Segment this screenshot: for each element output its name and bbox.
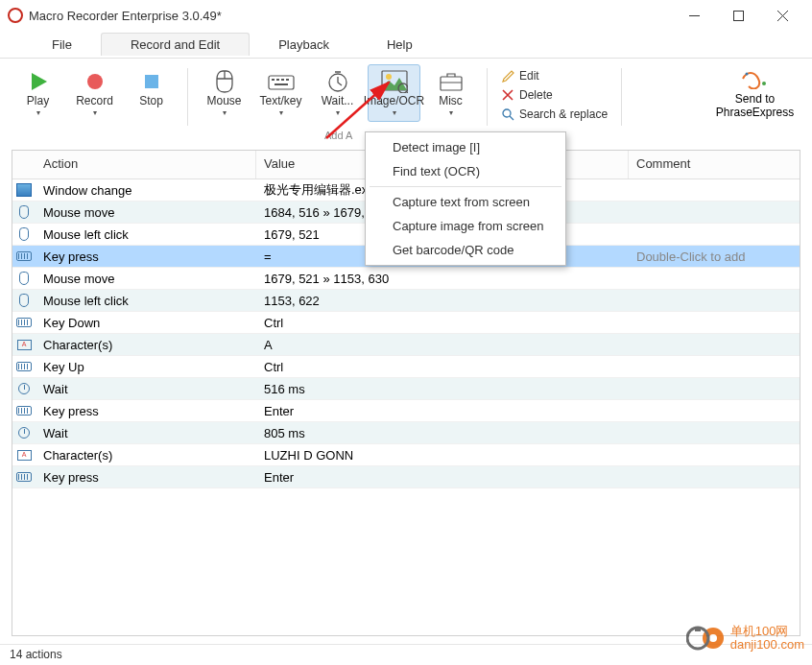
row-icon	[12, 226, 36, 243]
row-icon	[12, 181, 36, 199]
table-row[interactable]: Wait805 ms	[12, 422, 800, 444]
header-action[interactable]: Action	[36, 151, 256, 178]
svg-point-15	[762, 82, 766, 85]
record-button[interactable]: Record ▾	[68, 64, 121, 122]
row-value: Ctrl	[256, 357, 629, 377]
table-row[interactable]: Key pressEnter	[12, 400, 800, 422]
mouse-icon	[210, 69, 239, 94]
row-comment	[629, 408, 800, 414]
delete-icon	[501, 88, 514, 102]
row-icon	[12, 381, 36, 396]
menu-separator	[370, 186, 561, 187]
row-icon	[12, 292, 36, 309]
row-icon: A	[12, 338, 36, 352]
misc-button[interactable]: Misc ▾	[424, 64, 477, 122]
keyboard-icon	[267, 69, 296, 94]
menu-item[interactable]: Capture image from screen	[366, 214, 565, 238]
wait-button[interactable]: Wait... ▾	[311, 64, 364, 122]
table-row[interactable]: ACharacter(s)LUZHI D GONN	[12, 444, 800, 466]
row-comment	[629, 364, 800, 369]
row-action: Key press	[36, 467, 256, 487]
row-comment	[629, 474, 800, 480]
textkey-button[interactable]: Text/key ▾	[254, 64, 307, 122]
table-row[interactable]: Mouse move1679, 521 » 1153, 630	[12, 268, 800, 290]
menu-item[interactable]: Find text (OCR)	[366, 159, 565, 183]
row-action: Character(s)	[36, 335, 256, 355]
row-comment: Double-Click to add	[629, 247, 800, 267]
table-row[interactable]: Mouse left click1153, 622	[12, 290, 800, 312]
table-row[interactable]: ACharacter(s)A	[12, 334, 800, 356]
svg-rect-4	[272, 79, 275, 81]
play-label: Play	[27, 95, 49, 107]
row-value: 805 ms	[256, 423, 629, 443]
search-icon	[501, 107, 514, 121]
separator	[487, 68, 488, 126]
briefcase-icon	[437, 69, 466, 94]
play-button[interactable]: Play ▾	[12, 64, 64, 122]
edit-link[interactable]: Edit	[497, 68, 611, 83]
phraseexpress-icon	[741, 68, 770, 92]
svg-rect-0	[733, 11, 743, 20]
misc-label: Misc	[439, 95, 463, 107]
row-icon	[12, 316, 36, 329]
minimize-button[interactable]	[672, 0, 716, 31]
row-comment	[629, 275, 800, 281]
menu-file[interactable]: File	[23, 34, 101, 56]
sendto-button[interactable]: Send to PhraseExpress	[709, 64, 800, 123]
header-comment[interactable]: Comment	[629, 151, 800, 178]
stop-button[interactable]: Stop	[125, 64, 178, 122]
record-icon	[81, 69, 109, 94]
add-action-label: Add A	[324, 130, 352, 141]
row-action: Wait	[36, 423, 256, 443]
row-comment	[629, 209, 800, 215]
row-comment	[629, 342, 800, 347]
menu-item[interactable]: Get barcode/QR code	[366, 238, 565, 262]
svg-rect-5	[276, 79, 279, 81]
sendto-label-2: PhraseExpress	[716, 106, 794, 119]
table-row[interactable]: Key DownCtrl	[12, 312, 800, 334]
row-value: Enter	[256, 401, 629, 421]
table-row[interactable]: Wait516 ms	[12, 378, 800, 400]
imageocr-dropdown-menu: Detect image [I]Find text (OCR)Capture t…	[365, 131, 566, 266]
row-icon	[12, 470, 36, 484]
imageocr-button[interactable]: Image/OCR ▾	[368, 64, 420, 122]
separator	[621, 68, 622, 126]
row-value: 1153, 622	[256, 291, 629, 311]
table-row[interactable]: Key UpCtrl	[12, 356, 800, 378]
row-value: Ctrl	[256, 313, 629, 333]
window-title: Macro Recorder Enterprise 3.0.49*	[29, 9, 672, 23]
status-text: 14 actions	[10, 648, 62, 661]
menu-item[interactable]: Capture text from screen	[366, 190, 565, 214]
maximize-button[interactable]	[716, 0, 760, 31]
delete-link[interactable]: Delete	[497, 87, 611, 103]
menu-help[interactable]: Help	[358, 34, 442, 56]
search-replace-link[interactable]: Search & replace	[497, 107, 611, 122]
app-icon	[8, 8, 23, 23]
dropdown-icon: ▾	[449, 108, 453, 117]
row-action: Key press	[36, 401, 256, 421]
textkey-label: Text/key	[259, 95, 301, 107]
window-controls	[672, 0, 804, 31]
edit-label: Edit	[519, 69, 539, 83]
svg-point-11	[386, 74, 392, 80]
row-action: Mouse left click	[36, 225, 256, 245]
row-action: Wait	[36, 379, 256, 399]
svg-rect-6	[281, 79, 284, 81]
svg-point-16	[745, 73, 748, 76]
menu-bar: File Record and Edit Playback Help	[0, 31, 812, 58]
svg-rect-7	[286, 79, 289, 81]
dropdown-icon: ▾	[223, 108, 227, 117]
row-action: Key Up	[36, 357, 256, 377]
row-value: Enter	[256, 467, 629, 487]
status-bar: 14 actions	[0, 644, 812, 665]
svg-point-14	[503, 109, 511, 117]
menu-record-edit[interactable]: Record and Edit	[101, 33, 250, 56]
table-row[interactable]: Key pressEnter	[12, 466, 800, 488]
close-button[interactable]	[760, 0, 804, 31]
menu-playback[interactable]: Playback	[250, 34, 358, 56]
menu-item[interactable]: Detect image [I]	[366, 135, 565, 159]
row-value: 516 ms	[256, 379, 629, 399]
svg-rect-8	[275, 83, 288, 85]
mouse-button[interactable]: Mouse ▾	[198, 64, 251, 122]
wait-label: Wait...	[322, 95, 354, 107]
